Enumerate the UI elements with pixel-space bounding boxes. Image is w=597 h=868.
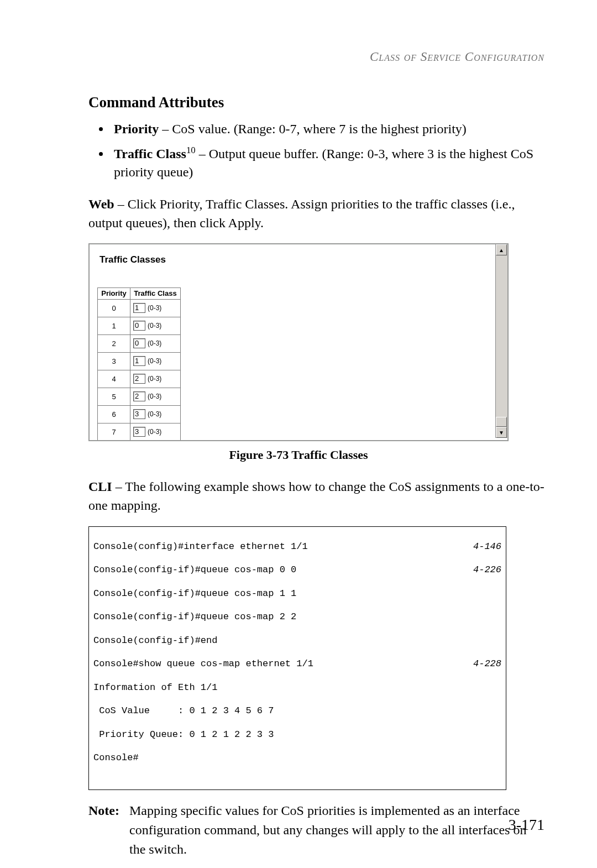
traffic-class-cell: 0(0-3)	[130, 317, 181, 335]
cli-cmd: Console(config)#interface ethernet 1/1	[93, 541, 308, 552]
traffic-class-input[interactable]: 0	[133, 321, 145, 331]
screenshot-title: Traffic Classes	[100, 254, 166, 265]
range-label: (0-3)	[148, 375, 161, 383]
cli-cmd: Console(config-if)#queue cos-map 0 0	[93, 564, 296, 576]
cli-ref	[496, 682, 501, 693]
table-row: 7 3(0-3)	[98, 423, 181, 441]
attr-name: Priority	[114, 122, 159, 136]
web-text: – Click Priority, Traffic Classes. Assig…	[88, 197, 515, 230]
traffic-class-input[interactable]: 3	[133, 409, 145, 419]
figure-caption: Figure 3-73 Traffic Classes	[53, 448, 544, 462]
range-label: (0-3)	[148, 410, 161, 418]
note-block: Note: Mapping specific values for CoS pr…	[53, 801, 544, 859]
tc-header-row: Priority Traffic Class	[98, 288, 181, 300]
cli-line: Information of Eth 1/1	[93, 682, 501, 693]
cli-label: CLI	[88, 479, 112, 494]
page: Class of Service Configuration Command A…	[0, 0, 597, 868]
range-label: (0-3)	[148, 322, 161, 330]
attribute-traffic-class: Traffic Class10 – Output queue buffer. (…	[111, 144, 544, 181]
scrollbar-vertical[interactable]: ▲ ▼	[495, 244, 507, 438]
cli-cmd: Console#	[93, 752, 139, 764]
running-head: Class of Service Configuration	[53, 50, 544, 64]
web-label: Web	[88, 197, 114, 211]
table-row: 0 1(0-3)	[98, 300, 181, 317]
traffic-class-cell: 1(0-3)	[130, 353, 181, 370]
traffic-classes-screenshot: Traffic Classes Priority Traffic Class 0…	[88, 243, 509, 441]
traffic-class-input[interactable]: 2	[133, 374, 145, 384]
traffic-class-cell: 2(0-3)	[130, 370, 181, 388]
priority-cell: 1	[98, 317, 130, 335]
cli-cmd: CoS Value : 0 1 2 3 4 5 6 7	[93, 705, 274, 717]
table-row: 2 0(0-3)	[98, 335, 181, 353]
attribute-priority: Priority – CoS value. (Range: 0-7, where…	[111, 120, 544, 138]
cli-paragraph: CLI – The following example shows how to…	[53, 478, 544, 515]
priority-cell: 6	[98, 406, 130, 423]
cli-line: CoS Value : 0 1 2 3 4 5 6 7	[93, 705, 501, 717]
scroll-down-icon[interactable]: ▼	[496, 427, 507, 438]
traffic-class-input[interactable]: 0	[133, 338, 145, 348]
cli-cmd: Console#show queue cos-map ethernet 1/1	[93, 658, 313, 670]
priority-cell: 5	[98, 388, 130, 406]
web-paragraph: Web – Click Priority, Traffic Classes. A…	[53, 195, 544, 232]
page-number: 3-171	[509, 816, 544, 834]
traffic-class-cell: 2(0-3)	[130, 388, 181, 406]
scroll-thumb[interactable]	[496, 417, 507, 427]
cli-ref	[496, 729, 501, 740]
traffic-class-cell: 0(0-3)	[130, 335, 181, 353]
note-label: Note:	[88, 801, 129, 859]
cli-text: – The following example shows how to cha…	[88, 479, 544, 513]
attribute-list: Priority – CoS value. (Range: 0-7, where…	[53, 120, 544, 181]
cli-ref: 4-226	[468, 564, 501, 576]
priority-cell: 3	[98, 353, 130, 370]
cli-output-box: Console(config)#interface ethernet 1/14-…	[88, 526, 506, 791]
cli-cmd: Console(config-if)#queue cos-map 2 2	[93, 611, 296, 623]
priority-cell: 4	[98, 370, 130, 388]
cli-line: Console(config-if)#queue cos-map 1 1	[93, 588, 501, 599]
table-row: 6 3(0-3)	[98, 406, 181, 423]
cli-line: Console(config-if)#queue cos-map 2 2	[93, 611, 501, 623]
cli-ref	[496, 611, 501, 623]
cli-ref: 4-228	[468, 658, 501, 670]
table-row: 1 0(0-3)	[98, 317, 181, 335]
traffic-class-cell: 3(0-3)	[130, 406, 181, 423]
cli-ref	[496, 752, 501, 764]
traffic-class-cell: 3(0-3)	[130, 423, 181, 441]
scroll-up-icon[interactable]: ▲	[496, 244, 507, 255]
range-label: (0-3)	[148, 357, 161, 365]
attr-name: Traffic Class	[114, 147, 186, 161]
cli-cmd: Information of Eth 1/1	[93, 682, 217, 693]
traffic-class-cell: 1(0-3)	[130, 300, 181, 317]
range-label: (0-3)	[148, 428, 161, 436]
cli-ref	[496, 588, 501, 599]
table-row: 5 2(0-3)	[98, 388, 181, 406]
cli-ref: 4-146	[468, 541, 501, 552]
traffic-class-input[interactable]: 1	[133, 303, 145, 313]
traffic-classes-table: Priority Traffic Class 0 1(0-3) 1 0(0-3)	[97, 287, 181, 441]
cli-line: Console#show queue cos-map ethernet 1/14…	[93, 658, 501, 670]
range-label: (0-3)	[148, 339, 161, 347]
cli-cmd: Console(config-if)#queue cos-map 1 1	[93, 588, 296, 599]
tc-header-trafficclass: Traffic Class	[130, 288, 181, 300]
screenshot-content: Traffic Classes Priority Traffic Class 0…	[90, 244, 495, 438]
cli-cmd: Console(config-if)#end	[93, 635, 217, 646]
section-heading: Command Attributes	[88, 94, 544, 111]
cli-line: Priority Queue: 0 1 2 1 2 2 3 3	[93, 729, 501, 740]
cli-ref	[496, 635, 501, 646]
cli-line: Console#	[93, 752, 501, 764]
cli-line: Console(config-if)#queue cos-map 0 04-22…	[93, 564, 501, 576]
table-row: 3 1(0-3)	[98, 353, 181, 370]
range-label: (0-3)	[148, 393, 161, 400]
tc-header-priority: Priority	[98, 288, 130, 300]
cli-line: Console(config-if)#end	[93, 635, 501, 646]
cli-line: Console(config)#interface ethernet 1/14-…	[93, 541, 501, 552]
note-text: Mapping specific values for CoS prioriti…	[129, 801, 544, 859]
cli-cmd: Priority Queue: 0 1 2 1 2 2 3 3	[93, 729, 274, 740]
table-row: 4 2(0-3)	[98, 370, 181, 388]
traffic-class-input[interactable]: 2	[133, 391, 145, 401]
priority-cell: 7	[98, 423, 130, 441]
traffic-class-input[interactable]: 1	[133, 356, 145, 366]
priority-cell: 0	[98, 300, 130, 317]
range-label: (0-3)	[148, 304, 161, 312]
footnote-ref: 10	[186, 145, 196, 155]
traffic-class-input[interactable]: 3	[133, 427, 145, 437]
